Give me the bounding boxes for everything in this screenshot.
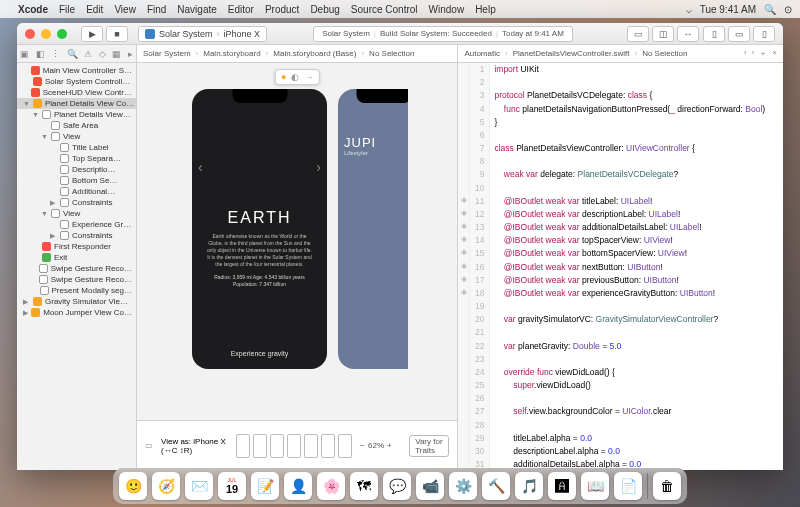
menu-app[interactable]: Xcode xyxy=(18,4,48,15)
menu-view[interactable]: View xyxy=(114,4,136,15)
menu-editor[interactable]: Editor xyxy=(228,4,254,15)
menu-help[interactable]: Help xyxy=(475,4,496,15)
code-line[interactable]: ◉14 @IBOutlet weak var topSpacerView: UI… xyxy=(458,234,783,247)
user-icon[interactable]: ⊙ xyxy=(784,4,792,15)
tree-item[interactable]: ▼Planet Details View… xyxy=(17,109,136,120)
jumpbar-crumb[interactable]: No Selection xyxy=(369,49,414,58)
dock-app-store[interactable]: 🅰 xyxy=(548,472,576,500)
dock-trash[interactable]: 🗑 xyxy=(653,472,681,500)
code-line[interactable]: 8 xyxy=(458,155,783,168)
code-line[interactable]: 20 var gravitySimulatorVC: GravitySimula… xyxy=(458,313,783,326)
zoom-button[interactable] xyxy=(57,29,67,39)
toggle-utilities[interactable]: ▯ xyxy=(753,26,775,42)
view-as-label[interactable]: View as: iPhone X (↔C ↕R) xyxy=(161,437,228,455)
iphone-preview-jupiter[interactable]: JUPI Lifestyler xyxy=(338,89,408,369)
code-line[interactable]: 5} xyxy=(458,116,783,129)
menu-source-control[interactable]: Source Control xyxy=(351,4,418,15)
code-line[interactable]: 19 xyxy=(458,300,783,313)
minimize-button[interactable] xyxy=(41,29,51,39)
add-assistant[interactable]: ＋ xyxy=(759,48,767,59)
dock-messages[interactable]: 💬 xyxy=(383,472,411,500)
tree-item[interactable]: Swipe Gesture Reco… xyxy=(17,263,136,274)
menu-edit[interactable]: Edit xyxy=(86,4,103,15)
tree-item[interactable]: Descriptio… xyxy=(17,164,136,175)
editor-mode-standard[interactable]: ▭ xyxy=(627,26,649,42)
dock-contacts[interactable]: 👤 xyxy=(284,472,312,500)
vary-for-traits-button[interactable]: Vary for Traits xyxy=(409,435,449,457)
issue-tab[interactable]: ⚠ xyxy=(84,49,92,59)
tree-item[interactable]: Solar System Controll… xyxy=(17,76,136,87)
tree-item[interactable]: Top Separa… xyxy=(17,153,136,164)
dock-facetime[interactable]: 📹 xyxy=(416,472,444,500)
jumpbar-crumb[interactable]: Solar System xyxy=(143,49,191,58)
menu-window[interactable]: Window xyxy=(429,4,465,15)
code-line[interactable]: 1import UIKit xyxy=(458,63,783,76)
tree-item[interactable]: Bottom Se… xyxy=(17,175,136,186)
dock-finder[interactable]: 🙂 xyxy=(119,472,147,500)
prev-arrow-icon[interactable]: ‹ xyxy=(198,159,203,175)
code-line[interactable]: ◉15 @IBOutlet weak var bottomSpacerView:… xyxy=(458,247,783,260)
code-line[interactable]: ◉12 @IBOutlet weak var descriptionLabel:… xyxy=(458,208,783,221)
device-picker[interactable] xyxy=(236,434,352,458)
storyboard-canvas[interactable]: ● ◐ → ‹ › EARTH Earth otherwise known as… xyxy=(137,63,457,420)
tree-item[interactable]: Swipe Gesture Reco… xyxy=(17,274,136,285)
tree-item[interactable]: Safe Area xyxy=(17,120,136,131)
dock-system-preferences[interactable]: ⚙️ xyxy=(449,472,477,500)
dock-photos[interactable]: 🌸 xyxy=(317,472,345,500)
tree-item[interactable]: ▶Constraints xyxy=(17,197,136,208)
jumpbar-crumb[interactable]: Main.storyboard (Base) xyxy=(273,49,356,58)
code-line[interactable]: 28 xyxy=(458,419,783,432)
toggle-navigator[interactable]: ▯ xyxy=(703,26,725,42)
editor-mode-version[interactable]: ↔ xyxy=(677,26,699,42)
tree-item[interactable]: Additional… xyxy=(17,186,136,197)
menu-file[interactable]: File xyxy=(59,4,75,15)
tree-item[interactable]: ▶Constraints xyxy=(17,230,136,241)
code-line[interactable]: 26 xyxy=(458,392,783,405)
code-line[interactable]: 3protocol PlanetDetailsVCDelegate: class… xyxy=(458,89,783,102)
close-button[interactable] xyxy=(25,29,35,39)
jump-bar-center[interactable]: Solar System›Main.storyboard›Main.storyb… xyxy=(137,45,457,63)
source-control-tab[interactable]: ◧ xyxy=(36,49,45,59)
tree-item[interactable]: ▼View xyxy=(17,131,136,142)
dock-xcode[interactable]: 🔨 xyxy=(482,472,510,500)
tree-item[interactable]: Exit xyxy=(17,252,136,263)
menu-navigate[interactable]: Navigate xyxy=(177,4,216,15)
scheme-selector[interactable]: Solar System › iPhone X xyxy=(138,26,267,42)
tree-item[interactable]: SceneHUD View Contr… xyxy=(17,87,136,98)
code-line[interactable]: 9 weak var delegate: PlanetDetailsVCDele… xyxy=(458,168,783,181)
symbol-tab[interactable]: ⋮ xyxy=(51,49,60,59)
jumpbar-crumb[interactable]: Main.storyboard xyxy=(203,49,260,58)
jumpbar-crumb[interactable]: PlanetDetailsViewController.swift xyxy=(513,49,630,58)
tree-item[interactable]: Experience Gr… xyxy=(17,219,136,230)
code-line[interactable]: 22 var planetGravity: Double = 5.0 xyxy=(458,340,783,353)
code-line[interactable]: ◉13 @IBOutlet weak var additionalDetails… xyxy=(458,221,783,234)
menu-product[interactable]: Product xyxy=(265,4,299,15)
code-line[interactable]: 27 self.view.backgroundColor = UIColor.c… xyxy=(458,405,783,418)
close-assistant[interactable]: × xyxy=(772,48,777,59)
code-line[interactable]: 10 xyxy=(458,182,783,195)
test-tab[interactable]: ◇ xyxy=(99,49,106,59)
tree-item[interactable]: ▶Moon Jumper View Co… xyxy=(17,307,136,318)
counterpart-next[interactable]: › xyxy=(752,48,755,59)
source-code[interactable]: 1import UIKit23protocol PlanetDetailsVCD… xyxy=(458,63,783,470)
jumpbar-crumb[interactable]: No Selection xyxy=(642,49,687,58)
iphone-preview-earth[interactable]: ‹ › EARTH Earth otherwise known as the W… xyxy=(192,89,327,369)
experience-gravity-button[interactable]: Experience gravity xyxy=(192,350,327,357)
menu-find[interactable]: Find xyxy=(147,4,166,15)
code-line[interactable]: 21 xyxy=(458,326,783,339)
code-line[interactable]: ◉17 @IBOutlet weak var previousButton: U… xyxy=(458,274,783,287)
code-line[interactable]: 6 xyxy=(458,129,783,142)
spotlight-icon[interactable]: 🔍 xyxy=(764,4,776,15)
tree-item[interactable]: ▼Planet Details View Co… xyxy=(17,98,136,109)
code-line[interactable]: 2 xyxy=(458,76,783,89)
zoom-out[interactable]: − xyxy=(360,441,365,450)
project-nav-tab[interactable]: ▣ xyxy=(20,49,29,59)
code-line[interactable]: ◉16 @IBOutlet weak var nextButton: UIBut… xyxy=(458,261,783,274)
tree-item[interactable]: Main View Controller S… xyxy=(17,65,136,76)
editor-mode-assistant[interactable]: ◫ xyxy=(652,26,674,42)
tree-item[interactable]: Present Modally seg… xyxy=(17,285,136,296)
jump-bar-editor[interactable]: Automatic›PlanetDetailsViewController.sw… xyxy=(458,45,783,63)
find-tab[interactable]: 🔍 xyxy=(67,49,78,59)
run-button[interactable]: ▶ xyxy=(81,26,103,42)
scene-toolbar[interactable]: ● ◐ → xyxy=(275,69,319,85)
